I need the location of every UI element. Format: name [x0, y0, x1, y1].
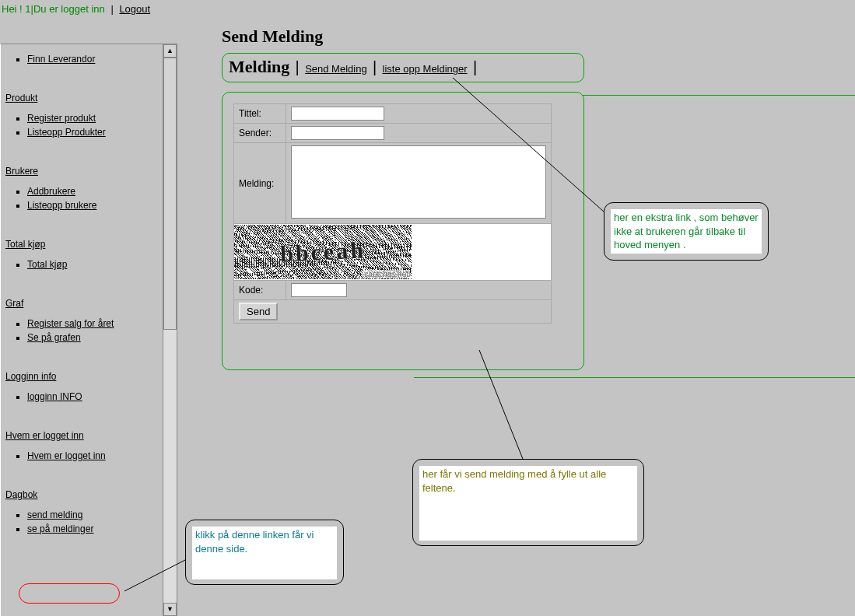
- sidebar-section-produkt[interactable]: Produkt: [5, 93, 37, 103]
- melding-textarea[interactable]: [291, 145, 546, 219]
- sidebar-item[interactable]: Listeopp Produkter: [27, 127, 158, 138]
- header-greeting: Hei ! 1|Du er logget inn: [2, 3, 105, 15]
- sidebar-item[interactable]: Hvem er logget inn: [27, 450, 158, 461]
- captcha-image: bbceah captchas.net: [234, 224, 552, 281]
- nav-title: Melding: [229, 57, 289, 76]
- sidebar-item[interactable]: Se på grafen: [27, 332, 158, 343]
- sidebar-item[interactable]: logginn INFO: [27, 391, 158, 402]
- sidebar-item[interactable]: Listeopp brukere: [27, 200, 158, 211]
- logout-link[interactable]: Logout: [119, 3, 150, 15]
- sidebar-section-logginn[interactable]: Logginn info: [5, 371, 56, 382]
- sender-input[interactable]: [291, 126, 384, 140]
- divider-icon: [414, 377, 855, 378]
- send-button[interactable]: Send: [239, 303, 278, 320]
- sidebar-item-send-melding[interactable]: send melding: [27, 509, 158, 520]
- melding-label: Melding:: [234, 143, 286, 224]
- scroll-thumb[interactable]: [163, 58, 177, 330]
- annotation-left: klikk på denne linken får vi denne side.: [185, 520, 344, 585]
- header: Hei ! 1|Du er logget inn | Logout: [0, 0, 855, 16]
- sidebar-item[interactable]: se på meldinger: [27, 523, 158, 534]
- scroll-up-icon[interactable]: ▲: [163, 44, 177, 58]
- tittel-input[interactable]: [291, 107, 384, 121]
- sidebar-item[interactable]: Addbrukere: [27, 186, 158, 197]
- sidebar-item[interactable]: Register produkt: [27, 113, 158, 124]
- form-card: Tittel: Sender: Melding: bbceah captchas…: [222, 92, 584, 370]
- annotation-right: her en ekstra link , som behøver ikke at…: [604, 202, 769, 261]
- sidebar-section-hvem[interactable]: Hvem er logget inn: [5, 430, 84, 441]
- sidebar-section-graf[interactable]: Graf: [5, 298, 23, 309]
- sidebar: Finn Leverandor Produkt Register produkt…: [0, 44, 177, 616]
- sidebar-item[interactable]: Register salg for året: [27, 318, 158, 329]
- nav-bar: Melding | Send Melding | liste opp Meldi…: [222, 53, 584, 82]
- sidebar-content: Finn Leverandor Produkt Register produkt…: [1, 44, 163, 616]
- sidebar-section-totalkjop[interactable]: Total kjøp: [5, 239, 45, 250]
- form-table: Tittel: Sender: Melding: bbceah captchas…: [233, 103, 552, 324]
- annotation-bottom: her får vi send melding med å fylle ut a…: [412, 459, 644, 546]
- tittel-label: Tittel:: [234, 104, 286, 124]
- nav-link-liste-opp[interactable]: liste opp Meldinger: [383, 63, 468, 75]
- sender-label: Sender:: [234, 124, 286, 143]
- sidebar-section-dagbok[interactable]: Dagbok: [5, 489, 37, 500]
- page-title: Send Melding: [222, 26, 323, 47]
- sidebar-item[interactable]: Total kjøp: [27, 259, 158, 270]
- scroll-down-icon[interactable]: ▼: [163, 603, 177, 616]
- sidebar-item[interactable]: Finn Leverandor: [27, 54, 158, 65]
- kode-label: Kode:: [234, 281, 286, 300]
- nav-link-send-melding[interactable]: Send Melding: [305, 63, 367, 75]
- kode-input[interactable]: [291, 283, 347, 297]
- highlight-oval-icon: [19, 583, 120, 604]
- sidebar-section-brukere[interactable]: Brukere: [5, 166, 38, 177]
- sidebar-scrollbar[interactable]: ▲ ▼: [163, 44, 177, 616]
